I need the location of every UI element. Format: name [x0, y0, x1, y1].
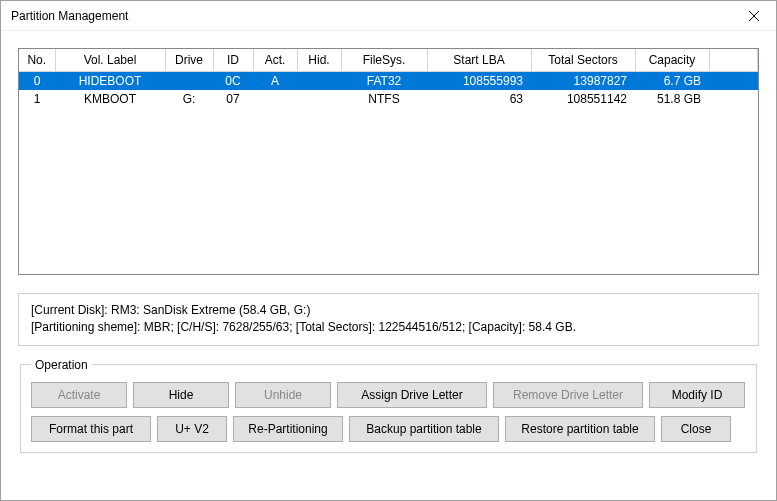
operation-row-2: Format this partU+ V2Re-PartitioningBack… — [31, 416, 746, 442]
backup-button[interactable]: Backup partition table — [349, 416, 499, 442]
disk-info-line-1: [Current Disk]: RM3: SanDisk Extreme (58… — [31, 302, 746, 319]
cell-act: A — [253, 72, 297, 91]
cell-drive — [165, 72, 213, 91]
cell-lba: 63 — [427, 90, 531, 108]
close-icon[interactable] — [731, 1, 776, 30]
cell-vol: KMBOOT — [55, 90, 165, 108]
disk-info-panel: [Current Disk]: RM3: SanDisk Extreme (58… — [18, 293, 759, 346]
cell-act — [253, 90, 297, 108]
client-area: No. Vol. Label Drive ID Act. Hid. FileSy… — [1, 31, 776, 465]
window-title: Partition Management — [11, 9, 128, 23]
cell-vol: HIDEBOOT — [55, 72, 165, 91]
operation-row-1: ActivateHideUnhideAssign Drive LetterRem… — [31, 382, 746, 408]
col-header-vol[interactable]: Vol. Label — [55, 49, 165, 72]
window-controls — [731, 1, 776, 30]
table-row[interactable]: 0HIDEBOOT0CAFAT32108555993139878276.7 GB — [19, 72, 758, 91]
uplus-button[interactable]: U+ V2 — [157, 416, 227, 442]
cell-hid — [297, 72, 341, 91]
col-header-cap[interactable]: Capacity — [635, 49, 709, 72]
col-header-no[interactable]: No. — [19, 49, 55, 72]
cell-cap: 51.8 GB — [635, 90, 709, 108]
col-header-fs[interactable]: FileSys. — [341, 49, 427, 72]
cell-no: 1 — [19, 90, 55, 108]
col-header-act[interactable]: Act. — [253, 49, 297, 72]
assign-button[interactable]: Assign Drive Letter — [337, 382, 487, 408]
col-header-hid[interactable]: Hid. — [297, 49, 341, 72]
operation-legend: Operation — [31, 358, 92, 372]
cell-cap: 6.7 GB — [635, 72, 709, 91]
cell-hid — [297, 90, 341, 108]
cell-id: 07 — [213, 90, 253, 108]
cell-lba: 108555993 — [427, 72, 531, 91]
modify-button[interactable]: Modify ID — [649, 382, 745, 408]
disk-info-line-2: [Partitioning sheme]: MBR; [C/H/S]: 7628… — [31, 319, 746, 336]
activate-button: Activate — [31, 382, 127, 408]
cell-id: 0C — [213, 72, 253, 91]
format-button[interactable]: Format this part — [31, 416, 151, 442]
cell-fs: FAT32 — [341, 72, 427, 91]
partition-table-container: No. Vol. Label Drive ID Act. Hid. FileSy… — [18, 48, 759, 275]
cell-pad — [709, 90, 758, 108]
titlebar: Partition Management — [1, 1, 776, 31]
unhide-button: Unhide — [235, 382, 331, 408]
col-header-total[interactable]: Total Sectors — [531, 49, 635, 72]
table-header-row[interactable]: No. Vol. Label Drive ID Act. Hid. FileSy… — [19, 49, 758, 72]
partition-table[interactable]: No. Vol. Label Drive ID Act. Hid. FileSy… — [19, 49, 758, 108]
col-header-id[interactable]: ID — [213, 49, 253, 72]
cell-total: 13987827 — [531, 72, 635, 91]
close-button[interactable]: Close — [661, 416, 731, 442]
hide-button[interactable]: Hide — [133, 382, 229, 408]
remove-button: Remove Drive Letter — [493, 382, 643, 408]
cell-total: 108551142 — [531, 90, 635, 108]
operation-group: Operation ActivateHideUnhideAssign Drive… — [20, 358, 757, 453]
col-header-drive[interactable]: Drive — [165, 49, 213, 72]
col-header-pad — [709, 49, 758, 72]
cell-fs: NTFS — [341, 90, 427, 108]
table-row[interactable]: 1KMBOOTG:07NTFS6310855114251.8 GB — [19, 90, 758, 108]
cell-no: 0 — [19, 72, 55, 91]
col-header-lba[interactable]: Start LBA — [427, 49, 531, 72]
restore-button[interactable]: Restore partition table — [505, 416, 655, 442]
cell-pad — [709, 72, 758, 91]
cell-drive: G: — [165, 90, 213, 108]
repart-button[interactable]: Re-Partitioning — [233, 416, 343, 442]
